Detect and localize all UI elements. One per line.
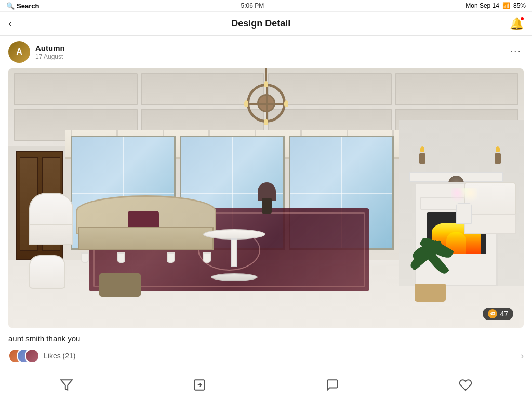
- chat-tab[interactable]: [266, 370, 399, 399]
- table-pedestal: [231, 238, 237, 267]
- stamp-coin-icon: 🏷: [488, 309, 497, 318]
- plant-pot: [415, 284, 446, 302]
- ceiling-panel: [14, 73, 138, 105]
- like-tab[interactable]: [399, 370, 532, 399]
- ceiling-panel: [395, 73, 519, 105]
- status-date: Mon Sep 14: [466, 2, 499, 9]
- caption-text: aunt smith thank you: [8, 334, 80, 343]
- expand-arrow-icon[interactable]: ›: [521, 351, 524, 362]
- plant-leaves: [404, 240, 456, 286]
- more-options-button[interactable]: ...: [508, 41, 524, 57]
- content-area: A Autumn 17 August ...: [0, 36, 532, 370]
- wall-sconce-right: [493, 146, 503, 162]
- status-right: Mon Sep 14 📶 85%: [466, 2, 526, 9]
- likes-count[interactable]: Likes (21): [44, 352, 75, 360]
- chat-icon: [326, 378, 339, 392]
- battery-level: 85%: [513, 2, 526, 9]
- notification-bell[interactable]: 🔔: [510, 17, 524, 31]
- chandelier: [245, 68, 287, 123]
- chandelier-bulb: [264, 81, 268, 87]
- design-image[interactable]: 🏷 47: [8, 68, 524, 328]
- user-info-row: A Autumn 17 August ...: [0, 36, 532, 68]
- sofa-leg: [117, 252, 125, 263]
- share-icon: [193, 378, 206, 392]
- status-bar: 🔍 Search 5:06 PM Mon Sep 14 📶 85%: [0, 0, 532, 12]
- dark-vase-body: [262, 198, 272, 214]
- page-title: Design Detail: [231, 18, 290, 29]
- table-top: [203, 229, 265, 240]
- liker-avatar-3: [25, 349, 39, 363]
- sofa-leg: [81, 252, 89, 263]
- fireplace-mantel: [409, 172, 503, 182]
- ottoman: [99, 273, 141, 297]
- post-date: 17 August: [35, 53, 65, 60]
- user-details: Autumn 17 August: [35, 44, 65, 60]
- share-tab[interactable]: [133, 370, 266, 399]
- chandelier-bulb: [244, 100, 248, 107]
- blc-back: [29, 255, 65, 289]
- nav-bar: ‹ Design Detail 🔔: [0, 12, 532, 36]
- large-plant: [404, 240, 456, 302]
- room-scene: 🏷 47: [8, 68, 524, 328]
- table-base: [211, 273, 258, 281]
- avatar[interactable]: A: [8, 41, 30, 63]
- ornate-sofa: [76, 195, 216, 263]
- flower-vase: [451, 188, 477, 224]
- filter-tab[interactable]: [0, 370, 133, 399]
- tab-bar: [0, 370, 532, 399]
- sofa-legs: [76, 250, 216, 263]
- svg-marker-0: [61, 380, 72, 390]
- bottom-left-chair: [29, 255, 65, 297]
- filter-icon: [60, 378, 73, 392]
- chair-seat: [29, 224, 73, 245]
- user-left: A Autumn 17 August: [8, 41, 65, 63]
- status-time: 5:06 PM: [241, 2, 264, 9]
- chandelier-arm-v: [266, 86, 268, 120]
- center-table: [201, 229, 268, 281]
- vase-body: [456, 203, 472, 224]
- username[interactable]: Autumn: [35, 44, 65, 52]
- wall-sconce-left: [417, 146, 428, 162]
- chandelier-bulb: [264, 119, 268, 125]
- caption-area: aunt smith thank you: [0, 328, 532, 345]
- wifi-icon: 📶: [502, 2, 510, 9]
- sofa-seat: [78, 227, 214, 250]
- chandelier-ring: [247, 84, 286, 123]
- status-left: 🔍 Search: [6, 2, 39, 10]
- stamp-count: 47: [500, 310, 508, 318]
- sofa-leg: [167, 252, 175, 263]
- stamp-badge: 🏷 47: [483, 308, 513, 320]
- chandelier-bulb: [284, 100, 288, 107]
- white-chair-left: [29, 193, 73, 260]
- likes-row[interactable]: Likes (21) ›: [0, 345, 532, 366]
- dark-vase: [258, 182, 276, 214]
- back-button[interactable]: ‹: [8, 17, 12, 31]
- search-icon[interactable]: 🔍: [6, 2, 15, 10]
- notification-dot: [521, 17, 524, 20]
- heart-icon: [459, 378, 472, 392]
- search-label[interactable]: Search: [17, 2, 39, 10]
